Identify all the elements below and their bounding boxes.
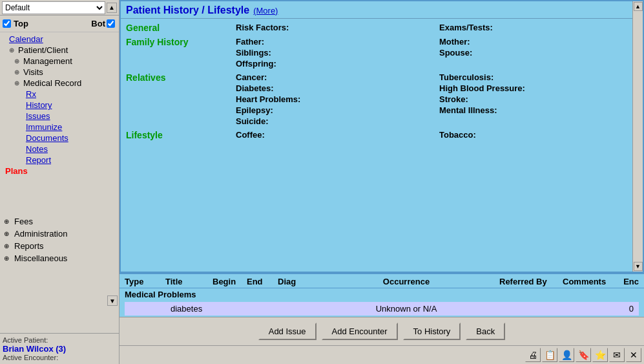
sidebar-item-management[interactable]: ⊕ Management <box>0 56 119 67</box>
epilepsy-label: Epilepsy: <box>236 105 426 115</box>
general-fields: Risk Factors: Exams/Tests: <box>236 23 630 32</box>
toolbar-icon-bookmark[interactable]: 🔖 <box>576 348 591 362</box>
exams-tests-label: Exams/Tests: <box>439 23 630 32</box>
sidebar-item-fees[interactable]: ⊕ Fees <box>0 215 119 228</box>
stroke-label: Stroke: <box>439 94 630 104</box>
table-row[interactable]: diabetes Unknown or N/A 0 <box>125 302 639 316</box>
sidebar-scroll-up-btn[interactable]: ▲ <box>107 3 117 13</box>
lifestyle-fields: Coffee: Tobacco: <box>236 130 630 140</box>
tuberculosis-label: Tuberculosis: <box>439 72 630 82</box>
patient-client-label: Patient/Client <box>18 45 68 55</box>
toolbar-icon-print[interactable]: 🖨 <box>525 348 541 362</box>
sidebar-item-history[interactable]: History <box>0 100 119 111</box>
family-history-section: Family History Father: Mother: Siblings:… <box>126 37 630 69</box>
fees-label: Fees <box>14 217 33 226</box>
sidebar-item-visits[interactable]: ⊕ Visits <box>0 67 119 78</box>
relatives-fields: Cancer: Tuberculosis: Diabetes: High Blo… <box>236 72 630 126</box>
offspring-label: Offspring: <box>236 59 426 69</box>
high-blood-pressure-label: High Blood Pressure: <box>439 83 630 93</box>
toolbar-icon-clipboard[interactable]: 📋 <box>542 348 557 362</box>
risk-factors-label: Risk Factors: <box>236 23 426 32</box>
patient-client-expander[interactable]: ⊕ <box>9 47 17 54</box>
sidebar-top-bar: Default ▲ <box>0 0 119 16</box>
row-title: diabetes <box>171 304 213 314</box>
toolbar-icon-user[interactable]: 👤 <box>559 348 574 362</box>
sidebar-item-notes[interactable]: Notes <box>0 144 119 155</box>
sidebar-item-medical-record[interactable]: ⊕ Medical Record <box>0 78 119 89</box>
sidebar-item-report[interactable]: Report <box>0 155 119 166</box>
reports-label: Reports <box>14 241 44 251</box>
panel-scroll-down[interactable]: ▼ <box>634 262 643 271</box>
col-header-type: Type <box>125 277 160 286</box>
sidebar-item-calendar[interactable]: Calendar <box>0 34 119 45</box>
coffee-label: Coffee: <box>236 130 426 140</box>
sidebar-item-reports[interactable]: ⊕ Reports <box>0 240 119 252</box>
toolbar-icon-mail[interactable]: ✉ <box>609 348 625 362</box>
main-area: Patient History / Lifestyle (More) Gener… <box>119 0 644 364</box>
toolbar-icons-bar: 🖨 📋 👤 🔖 ⭐ ✉ ✕ <box>119 345 644 364</box>
admin-label: Administration <box>14 229 67 239</box>
toolbar-icon-star[interactable]: ⭐ <box>592 348 608 362</box>
add-issue-button[interactable]: Add Issue <box>258 323 317 340</box>
bot-checkbox[interactable] <box>107 19 115 28</box>
sidebar-footer: Active Patient: Brian Wilcox (3) Active … <box>0 333 119 364</box>
cancer-label: Cancer: <box>236 72 426 82</box>
fees-expander: ⊕ <box>4 218 12 225</box>
sidebar-item-documents[interactable]: Documents <box>0 133 119 144</box>
panel-content: General Risk Factors: Exams/Tests: Famil… <box>121 19 643 272</box>
relatives-section: Relatives Cancer: Tuberculosis: Diabetes… <box>126 72 630 126</box>
father-label: Father: <box>236 37 426 47</box>
bottom-table-area: Type Title Begin End Diag Occurrence Ref… <box>119 273 644 317</box>
visits-expander[interactable]: ⊕ <box>14 69 22 76</box>
diabetes-label: Diabetes: <box>236 83 426 93</box>
mother-label: Mother: <box>439 37 630 47</box>
sidebar-item-immunize[interactable]: Immunize <box>0 122 119 133</box>
table-header-row: Type Title Begin End Diag Occurrence Ref… <box>119 274 644 288</box>
row-enc: 0 <box>611 304 634 314</box>
suicide-label: Suicide: <box>236 116 426 126</box>
sidebar-item-rx[interactable]: Rx <box>0 89 119 100</box>
siblings-label: Siblings: <box>236 48 426 58</box>
to-history-button[interactable]: To History <box>403 323 461 340</box>
sidebar-item-plans[interactable]: Plans <box>0 166 119 177</box>
family-history-fields: Father: Mother: Siblings: Spouse: Offspr… <box>236 37 630 69</box>
medical-record-expander[interactable]: ⊕ <box>14 80 22 87</box>
col-header-referred-by: Referred By <box>499 277 557 286</box>
col-header-comments: Comments <box>563 277 611 286</box>
sidebar-dropdown[interactable]: Default <box>2 1 105 14</box>
sidebar: Default ▲ Top Bot Calendar ⊕ Patient/Cli… <box>0 0 119 364</box>
row-occurrence: Unknown or N/A <box>324 304 489 314</box>
mental-illness-label: Mental Illness: <box>439 105 630 115</box>
add-encounter-button[interactable]: Add Encounter <box>322 323 398 340</box>
sidebar-item-issues[interactable]: Issues <box>0 111 119 122</box>
bot-checkbox-label[interactable]: Bot <box>91 19 116 28</box>
sidebar-item-patient-client[interactable]: ⊕ Patient/Client <box>0 45 119 56</box>
medical-record-label: Medical Record <box>23 78 81 88</box>
active-patient-name[interactable]: Brian Wilcox (3) <box>3 344 116 354</box>
sidebar-scroll-down-btn[interactable]: ▼ <box>107 295 118 306</box>
top-checkbox-label[interactable]: Top <box>3 19 28 28</box>
toolbar-icon-close[interactable]: ✕ <box>626 348 641 362</box>
top-checkbox[interactable] <box>3 19 11 28</box>
spouse-label: Spouse: <box>439 48 630 58</box>
visits-label: Visits <box>23 67 43 77</box>
sidebar-item-miscellaneous[interactable]: ⊕ Miscellaneous <box>0 252 119 264</box>
col-header-diag: Diag <box>278 277 313 286</box>
family-history-label-col: Family History <box>126 37 236 47</box>
panel-more-link[interactable]: (More) <box>253 6 278 16</box>
relatives-label-col: Relatives <box>126 72 236 83</box>
sidebar-item-administration[interactable]: ⊕ Administration <box>0 228 119 240</box>
bot-label: Bot <box>91 19 105 28</box>
general-section: General Risk Factors: Exams/Tests: <box>126 23 630 33</box>
lifestyle-section: Lifestyle Coffee: Tobacco: <box>126 130 630 140</box>
admin-expander: ⊕ <box>4 230 12 237</box>
col-header-occurrence: Occurrence <box>318 277 494 286</box>
col-header-begin: Begin <box>213 277 242 286</box>
panel-scroll-up[interactable]: ▲ <box>634 2 643 11</box>
back-button[interactable]: Back <box>466 323 505 340</box>
management-expander[interactable]: ⊕ <box>14 58 22 65</box>
panel-scrollbar: ▲ ▼ <box>632 1 643 272</box>
table-section-header: Medical Problems <box>119 288 644 301</box>
panel-title: Patient History / Lifestyle <box>126 5 249 16</box>
col-header-enc: Enc <box>616 277 639 286</box>
